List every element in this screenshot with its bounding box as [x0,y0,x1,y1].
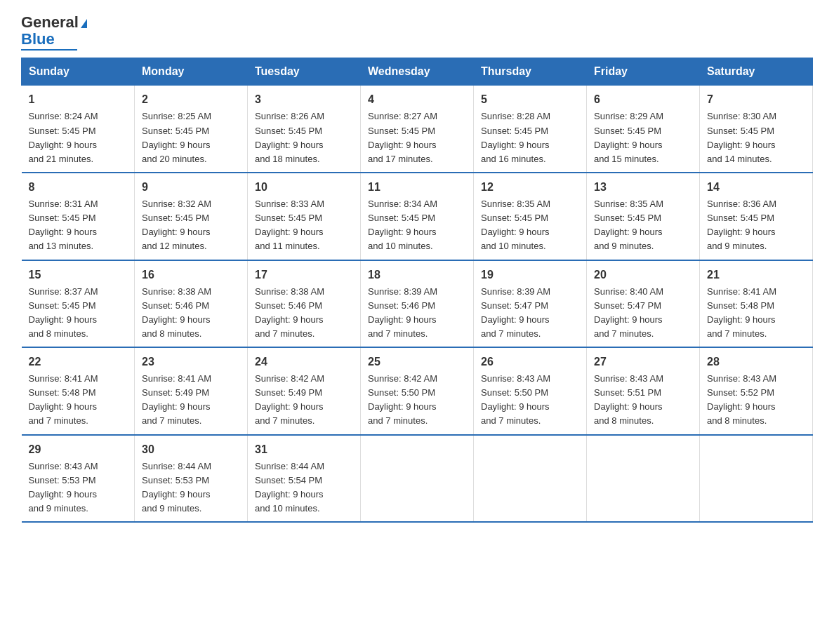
day-info: Sunrise: 8:39 AMSunset: 5:47 PMDaylight:… [481,286,550,339]
day-info: Sunrise: 8:31 AMSunset: 5:45 PMDaylight:… [29,199,98,251]
calendar-body: 1 Sunrise: 8:24 AMSunset: 5:45 PMDayligh… [22,86,813,522]
calendar-day-cell: 15 Sunrise: 8:37 AMSunset: 5:45 PMDaylig… [22,260,135,348]
day-number: 12 [481,179,579,196]
day-number: 17 [255,267,353,283]
day-info: Sunrise: 8:43 AMSunset: 5:50 PMDaylight:… [481,373,550,426]
day-info: Sunrise: 8:34 AMSunset: 5:45 PMDaylight:… [368,199,437,251]
calendar-day-cell: 9 Sunrise: 8:32 AMSunset: 5:45 PMDayligh… [135,173,248,260]
calendar-day-cell: 5 Sunrise: 8:28 AMSunset: 5:45 PMDayligh… [474,86,587,173]
day-info: Sunrise: 8:32 AMSunset: 5:45 PMDaylight:… [142,199,211,251]
day-number: 14 [707,179,805,196]
day-info: Sunrise: 8:41 AMSunset: 5:48 PMDaylight:… [707,286,776,339]
day-number: 29 [29,441,128,458]
day-info: Sunrise: 8:36 AMSunset: 5:45 PMDaylight:… [707,199,776,251]
day-info: Sunrise: 8:25 AMSunset: 5:45 PMDaylight:… [142,111,211,163]
day-number: 8 [29,179,128,196]
logo: General Blue [21,14,87,51]
calendar-day-cell: 29 Sunrise: 8:43 AMSunset: 5:53 PMDaylig… [22,435,135,523]
calendar-day-cell [587,435,700,523]
day-number: 9 [142,179,240,196]
calendar-day-cell: 17 Sunrise: 8:38 AMSunset: 5:46 PMDaylig… [248,260,361,348]
day-info: Sunrise: 8:43 AMSunset: 5:52 PMDaylight:… [707,373,776,426]
day-info: Sunrise: 8:24 AMSunset: 5:45 PMDaylight:… [29,111,98,163]
day-info: Sunrise: 8:43 AMSunset: 5:51 PMDaylight:… [594,373,663,426]
day-info: Sunrise: 8:29 AMSunset: 5:45 PMDaylight:… [594,111,663,163]
day-number: 31 [255,441,353,458]
day-number: 7 [707,91,805,108]
calendar-day-cell: 28 Sunrise: 8:43 AMSunset: 5:52 PMDaylig… [700,347,813,435]
day-info: Sunrise: 8:30 AMSunset: 5:45 PMDaylight:… [707,111,776,163]
day-info: Sunrise: 8:28 AMSunset: 5:45 PMDaylight:… [481,111,550,163]
calendar-day-cell: 30 Sunrise: 8:44 AMSunset: 5:53 PMDaylig… [135,435,248,523]
calendar-day-cell: 27 Sunrise: 8:43 AMSunset: 5:51 PMDaylig… [587,347,700,435]
day-info: Sunrise: 8:42 AMSunset: 5:50 PMDaylight:… [368,373,437,426]
calendar-day-cell: 8 Sunrise: 8:31 AMSunset: 5:45 PMDayligh… [22,173,135,260]
day-info: Sunrise: 8:41 AMSunset: 5:48 PMDaylight:… [29,373,98,426]
day-number: 30 [142,441,240,458]
calendar-day-header: Tuesday [248,58,361,86]
calendar-day-cell: 1 Sunrise: 8:24 AMSunset: 5:45 PMDayligh… [22,86,135,173]
calendar-day-cell: 22 Sunrise: 8:41 AMSunset: 5:48 PMDaylig… [22,347,135,435]
day-number: 19 [481,267,579,283]
day-info: Sunrise: 8:42 AMSunset: 5:49 PMDaylight:… [255,373,324,426]
calendar-day-header: Friday [587,58,700,86]
day-number: 1 [29,91,128,108]
calendar-day-cell [474,435,587,523]
calendar-day-cell: 7 Sunrise: 8:30 AMSunset: 5:45 PMDayligh… [700,86,813,173]
calendar-week-row: 22 Sunrise: 8:41 AMSunset: 5:48 PMDaylig… [22,347,813,435]
calendar-day-cell: 4 Sunrise: 8:27 AMSunset: 5:45 PMDayligh… [361,86,474,173]
day-number: 18 [368,267,466,283]
logo-underline [21,49,77,51]
day-info: Sunrise: 8:33 AMSunset: 5:45 PMDaylight:… [255,199,324,251]
calendar-day-cell: 10 Sunrise: 8:33 AMSunset: 5:45 PMDaylig… [248,173,361,260]
day-info: Sunrise: 8:35 AMSunset: 5:45 PMDaylight:… [481,199,550,251]
day-number: 21 [707,267,805,283]
calendar-day-cell: 18 Sunrise: 8:39 AMSunset: 5:46 PMDaylig… [361,260,474,348]
day-number: 3 [255,91,353,108]
day-info: Sunrise: 8:43 AMSunset: 5:53 PMDaylight:… [29,461,98,514]
day-number: 10 [255,179,353,196]
day-number: 27 [594,354,692,370]
calendar-week-row: 29 Sunrise: 8:43 AMSunset: 5:53 PMDaylig… [22,435,813,523]
day-info: Sunrise: 8:44 AMSunset: 5:54 PMDaylight:… [255,461,324,514]
calendar-day-header: Wednesday [361,58,474,86]
day-info: Sunrise: 8:38 AMSunset: 5:46 PMDaylight:… [255,286,324,339]
calendar-day-header: Sunday [22,58,135,86]
day-number: 15 [29,267,128,283]
logo-blue: Blue [21,30,55,48]
calendar-day-cell: 12 Sunrise: 8:35 AMSunset: 5:45 PMDaylig… [474,173,587,260]
day-number: 11 [368,179,466,196]
calendar-day-cell: 20 Sunrise: 8:40 AMSunset: 5:47 PMDaylig… [587,260,700,348]
calendar-day-cell: 2 Sunrise: 8:25 AMSunset: 5:45 PMDayligh… [135,86,248,173]
day-info: Sunrise: 8:38 AMSunset: 5:46 PMDaylight:… [142,286,211,339]
calendar-day-cell: 16 Sunrise: 8:38 AMSunset: 5:46 PMDaylig… [135,260,248,348]
calendar-week-row: 8 Sunrise: 8:31 AMSunset: 5:45 PMDayligh… [22,173,813,260]
calendar-day-cell: 13 Sunrise: 8:35 AMSunset: 5:45 PMDaylig… [587,173,700,260]
day-info: Sunrise: 8:27 AMSunset: 5:45 PMDaylight:… [368,111,437,163]
calendar-day-cell: 31 Sunrise: 8:44 AMSunset: 5:54 PMDaylig… [248,435,361,523]
calendar-day-cell: 6 Sunrise: 8:29 AMSunset: 5:45 PMDayligh… [587,86,700,173]
calendar-week-row: 1 Sunrise: 8:24 AMSunset: 5:45 PMDayligh… [22,86,813,173]
day-number: 13 [594,179,692,196]
day-info: Sunrise: 8:35 AMSunset: 5:45 PMDaylight:… [594,199,663,251]
calendar-day-cell: 23 Sunrise: 8:41 AMSunset: 5:49 PMDaylig… [135,347,248,435]
page-header: General Blue [21,14,813,51]
day-info: Sunrise: 8:37 AMSunset: 5:45 PMDaylight:… [29,286,98,339]
calendar-day-cell: 24 Sunrise: 8:42 AMSunset: 5:49 PMDaylig… [248,347,361,435]
calendar-day-cell: 26 Sunrise: 8:43 AMSunset: 5:50 PMDaylig… [474,347,587,435]
calendar-table: SundayMondayTuesdayWednesdayThursdayFrid… [21,58,813,523]
day-number: 2 [142,91,240,108]
day-number: 28 [707,354,805,370]
day-info: Sunrise: 8:41 AMSunset: 5:49 PMDaylight:… [142,373,211,426]
calendar-day-cell: 19 Sunrise: 8:39 AMSunset: 5:47 PMDaylig… [474,260,587,348]
day-number: 23 [142,354,240,370]
calendar-day-header: Saturday [700,58,813,86]
calendar-day-cell: 14 Sunrise: 8:36 AMSunset: 5:45 PMDaylig… [700,173,813,260]
day-number: 6 [594,91,692,108]
day-info: Sunrise: 8:40 AMSunset: 5:47 PMDaylight:… [594,286,663,339]
logo-general: General [21,13,79,31]
calendar-day-cell [700,435,813,523]
calendar-day-header: Thursday [474,58,587,86]
calendar-day-cell: 25 Sunrise: 8:42 AMSunset: 5:50 PMDaylig… [361,347,474,435]
day-number: 26 [481,354,579,370]
